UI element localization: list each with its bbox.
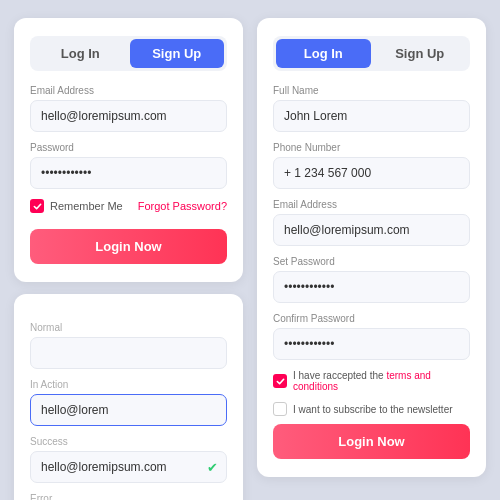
terms-checkbox[interactable] xyxy=(273,374,287,388)
setpassword-input[interactable] xyxy=(273,271,470,303)
remember-checkbox[interactable] xyxy=(30,199,44,213)
email-input[interactable] xyxy=(30,100,227,132)
newsletter-checkbox[interactable] xyxy=(273,402,287,416)
signup-login-button[interactable]: Login Now xyxy=(273,424,470,459)
tab-row-right: Log In Sign Up xyxy=(273,36,470,71)
email-label-right: Email Address xyxy=(273,199,470,210)
tab-signup-right[interactable]: Sign Up xyxy=(373,39,468,68)
login-button[interactable]: Login Now xyxy=(30,229,227,264)
newsletter-text: I want to subscribe to the newsletter xyxy=(293,404,453,415)
fullname-input[interactable] xyxy=(273,100,470,132)
signup-card: Log In Sign Up Full Name Phone Number Em… xyxy=(257,18,486,477)
confirm-input[interactable] xyxy=(273,328,470,360)
terms-row: I have raccepted the terms and condition… xyxy=(273,370,470,392)
error-label: Error xyxy=(30,493,227,500)
forgot-password-link[interactable]: Forgot Password? xyxy=(138,200,227,212)
email-label: Email Address xyxy=(30,85,227,96)
confirm-label: Confirm Password xyxy=(273,313,470,324)
phone-input[interactable] xyxy=(273,157,470,189)
tab-login[interactable]: Log In xyxy=(33,39,128,68)
input-states-card: Normal In Action Success ✔ Error ⊗ Wrong… xyxy=(14,294,243,500)
login-card: Log In Sign Up Email Address Password Re… xyxy=(14,18,243,282)
newsletter-row: I want to subscribe to the newsletter xyxy=(273,402,470,416)
success-wrap: ✔ xyxy=(30,451,227,483)
right-column: Log In Sign Up Full Name Phone Number Em… xyxy=(257,18,486,477)
tab-login-right[interactable]: Log In xyxy=(276,39,371,68)
success-label: Success xyxy=(30,436,227,447)
remember-label: Remember Me xyxy=(50,200,123,212)
success-icon: ✔ xyxy=(207,460,218,475)
tab-row: Log In Sign Up xyxy=(30,36,227,71)
normal-input[interactable] xyxy=(30,337,227,369)
email-input-right[interactable] xyxy=(273,214,470,246)
success-input[interactable] xyxy=(30,451,227,483)
terms-text: I have raccepted the terms and condition… xyxy=(293,370,470,392)
normal-label: Normal xyxy=(30,322,227,333)
password-input[interactable] xyxy=(30,157,227,189)
phone-label: Phone Number xyxy=(273,142,470,153)
password-label: Password xyxy=(30,142,227,153)
left-column: Log In Sign Up Email Address Password Re… xyxy=(14,18,243,500)
inaction-input[interactable] xyxy=(30,394,227,426)
fullname-label: Full Name xyxy=(273,85,470,96)
remember-row: Remember Me Forgot Password? xyxy=(30,199,227,213)
inaction-label: In Action xyxy=(30,379,227,390)
inaction-wrap xyxy=(30,394,227,426)
setpassword-label: Set Password xyxy=(273,256,470,267)
remember-left: Remember Me xyxy=(30,199,123,213)
tab-signup[interactable]: Sign Up xyxy=(130,39,225,68)
